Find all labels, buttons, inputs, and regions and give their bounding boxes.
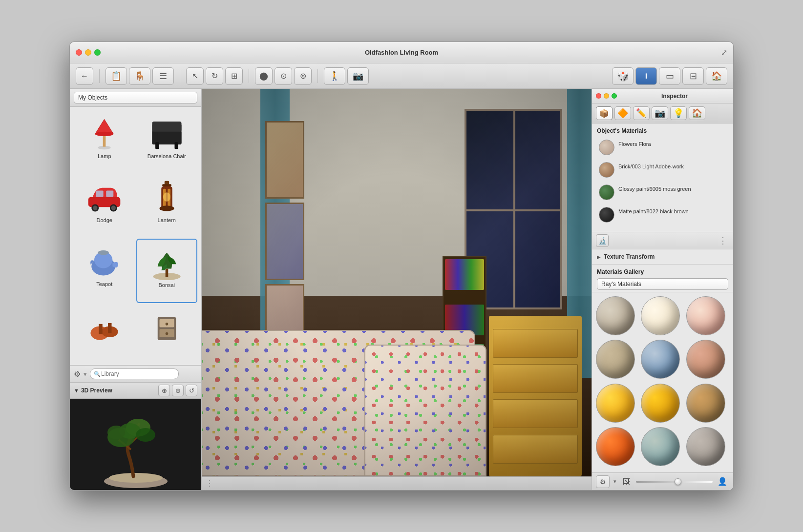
layout2-button[interactable]: ⊟ — [682, 67, 704, 85]
preview-header: ▼ 3D Preview ⊕ ⊖ ↺ — [70, 383, 201, 399]
teapot-label: Teapot — [96, 281, 112, 287]
insp-minimize-button[interactable] — [604, 93, 609, 99]
material-ball-1[interactable] — [596, 296, 635, 335]
material-item-black[interactable]: Matte paint/8022 black brown — [597, 205, 728, 224]
scene-dresser — [489, 316, 582, 476]
toolbar-sep-1 — [99, 69, 100, 83]
material-ball-2[interactable] — [641, 296, 680, 335]
svg-point-45 — [107, 426, 125, 439]
dresser-drawer-1 — [493, 329, 578, 358]
preview-section: ▼ 3D Preview ⊕ ⊖ ↺ — [70, 383, 201, 490]
object-item-chair[interactable]: Barselona Chair — [136, 111, 198, 174]
transform-tool-button[interactable]: ⊞ — [225, 67, 243, 85]
svg-rect-16 — [106, 190, 114, 197]
materials-grid — [592, 292, 733, 472]
object-item-dodge[interactable]: Dodge — [74, 175, 135, 238]
material-ball-8[interactable] — [641, 384, 680, 423]
layout1-button[interactable]: ▭ — [659, 67, 680, 85]
object-item-extra1[interactable] — [74, 304, 135, 361]
list-view-button[interactable]: ☰ — [152, 67, 174, 85]
lantern-label: Lantern — [158, 217, 176, 223]
inspector-image-button[interactable]: 🖼 — [619, 475, 633, 488]
objects-grid: Lamp Barselona Chair — [70, 107, 201, 365]
preview-controls: ⊕ ⊖ ↺ — [158, 385, 197, 396]
camera-button[interactable]: 📷 — [347, 67, 369, 85]
rotate-tool-button[interactable]: ↻ — [206, 67, 223, 85]
tab-camera[interactable]: 📷 — [652, 106, 668, 120]
material-ball-12[interactable] — [686, 427, 725, 466]
settings-gear-icon[interactable]: ⚙ — [74, 369, 81, 379]
select-tool-button[interactable]: ↖ — [186, 67, 204, 85]
wire-view-button[interactable]: ⊙ — [275, 67, 292, 85]
svg-point-12 — [93, 205, 97, 210]
inspector-person-button[interactable]: 👤 — [716, 475, 729, 488]
insp-maximize-button[interactable] — [612, 93, 617, 99]
search-input[interactable] — [90, 368, 179, 379]
resize-icon[interactable]: ⤢ — [721, 48, 727, 57]
material-ball-9[interactable] — [686, 384, 725, 423]
inspector-slider-thumb[interactable] — [675, 478, 681, 485]
object-item-bonsai[interactable]: Bonsai — [136, 239, 198, 304]
tab-sphere[interactable]: 🔶 — [614, 106, 631, 120]
gallery-dropdown[interactable]: Ray's Materials — [597, 278, 728, 290]
material-item-flowers[interactable]: Flowers Flora — [597, 138, 728, 157]
texture-transform-header[interactable]: ▶ Texture Transform — [597, 253, 728, 260]
inspector-panel: Inspector 📦 🔶 ✏️ 📷 💡 🏠 Object's Material… — [592, 89, 733, 490]
svg-rect-33 — [108, 323, 112, 333]
material-ball-7[interactable] — [596, 384, 635, 423]
tab-objects[interactable]: 📦 — [596, 106, 613, 120]
zoom-out-button[interactable]: ⊖ — [172, 385, 184, 396]
zoom-in-button[interactable]: ⊕ — [158, 385, 170, 396]
material-ball-3[interactable] — [686, 296, 725, 335]
refresh-button[interactable]: ↺ — [186, 385, 197, 396]
insp-close-button[interactable] — [596, 93, 601, 99]
render-view-button[interactable]: ⊚ — [294, 67, 312, 85]
eyedropper-button[interactable]: 🔬 — [596, 234, 609, 247]
svg-rect-7 — [152, 122, 181, 132]
minimize-button[interactable] — [85, 49, 91, 56]
back-button[interactable]: ← — [76, 67, 93, 85]
svg-rect-15 — [96, 190, 104, 197]
more-options-button[interactable]: ⋮ — [717, 234, 729, 247]
info-button[interactable]: i — [635, 67, 657, 85]
solid-view-button[interactable]: ⬤ — [255, 67, 273, 85]
inspector-settings-button[interactable]: ⚙ — [596, 475, 610, 488]
right-chair-dots — [365, 346, 486, 475]
material-item-moss[interactable]: Glossy paint/6005 moss green — [597, 183, 728, 202]
material-ball-4[interactable] — [596, 340, 635, 379]
close-button[interactable] — [76, 49, 82, 56]
tab-home[interactable]: 🏠 — [689, 106, 705, 120]
object-item-teapot[interactable]: Teapot — [74, 239, 135, 304]
object-item-extra2[interactable] — [136, 304, 198, 361]
home-button[interactable]: 🏠 — [706, 67, 727, 85]
main-content: My Objects Lamp — [70, 89, 733, 490]
objects-view-button[interactable]: 📋 — [106, 67, 127, 85]
tab-light[interactable]: 💡 — [670, 106, 687, 120]
flowers-swatch — [599, 140, 614, 155]
inspector-settings-arrow: ▾ — [613, 478, 616, 485]
traffic-lights — [76, 49, 101, 56]
preview-arrow-icon: ▼ — [74, 388, 79, 393]
object-item-lantern[interactable]: Lantern — [136, 175, 198, 238]
objects-dropdown[interactable]: My Objects — [74, 92, 197, 103]
tab-paint[interactable]: ✏️ — [633, 106, 650, 120]
inspector-slider[interactable] — [636, 481, 713, 483]
material-ball-10[interactable] — [596, 427, 635, 466]
object-item-lamp[interactable]: Lamp — [74, 111, 135, 174]
objects-icon-button[interactable]: 🎲 — [612, 67, 634, 85]
maximize-button[interactable] — [94, 49, 101, 56]
chair-label: Barselona Chair — [148, 153, 186, 159]
material-ball-11[interactable] — [641, 427, 680, 466]
material-ball-6[interactable] — [686, 340, 725, 379]
panel-bottom: ⚙ ▾ 🔍 ▼ 3D Preview ⊕ — [70, 365, 201, 490]
scene-wall-art — [265, 121, 304, 362]
material-ball-5[interactable] — [641, 340, 680, 379]
art-piece-top — [265, 121, 304, 199]
texture-transform-section: ▶ Texture Transform — [592, 249, 733, 265]
lamp-thumbnail — [86, 115, 123, 151]
walk-button[interactable]: 🚶 — [324, 67, 345, 85]
chair-view-button[interactable]: 🪑 — [129, 67, 150, 85]
materials-gallery-header: Materials Gallery Ray's Materials — [592, 265, 733, 292]
texture-transform-arrow-icon: ▶ — [597, 254, 601, 260]
material-item-brick[interactable]: Brick/003 Light Adobe-work — [597, 161, 728, 179]
